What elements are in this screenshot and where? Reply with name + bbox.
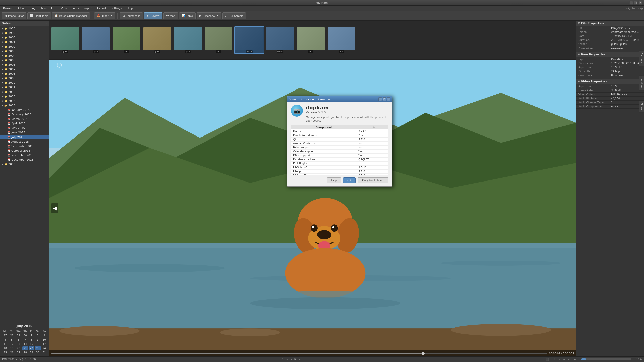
calendar-day[interactable]: 16 [35, 342, 41, 346]
about-table-row[interactable]: Kipi-Plugins [291, 162, 388, 166]
about-minimize-button[interactable]: ─ [378, 97, 382, 101]
calendar-day[interactable]: 17 [41, 342, 47, 346]
month-apr-2015[interactable]: 📅 April 2015 [0, 121, 49, 126]
year-2005[interactable]: ▶ 📁 2005 [0, 58, 49, 62]
month-may-2015[interactable]: 📅 May 2015 [0, 126, 49, 130]
filters-tab[interactable]: Filters [639, 101, 644, 113]
thumbnail-item[interactable]: JPG [173, 26, 203, 54]
year-1970[interactable]: ▶ 📁 1970 [0, 26, 49, 31]
thumbnail-item[interactable]: MOV [265, 26, 295, 54]
year-2000[interactable]: ▶ 📁 2000 [0, 35, 49, 40]
year-2013[interactable]: ▶ 📁 2013 [0, 94, 49, 99]
about-table-row[interactable]: Calendar supportYes [291, 150, 388, 154]
slideshow-button[interactable]: ▶ Slideshow ▼ [197, 12, 221, 19]
year-2016[interactable]: ▶ 📁 2016 [0, 162, 49, 166]
video-properties-header[interactable]: ▼ Video Properties [576, 79, 644, 84]
calendar-day[interactable]: 3 [41, 334, 47, 337]
calendar-day[interactable]: 7 [22, 338, 28, 342]
menu-item[interactable]: Item [38, 6, 49, 10]
about-components-table-area[interactable]: Component Info Marble0.24.1Parallelized … [291, 125, 388, 175]
month-dec-2015[interactable]: 📅 December 2015 [0, 157, 49, 162]
year-2010[interactable]: ▶ 📁 2010 [0, 80, 49, 85]
close-button[interactable]: ✕ [638, 1, 642, 5]
calendar-day[interactable]: 22 [29, 346, 34, 350]
about-help-button[interactable]: Help [327, 177, 341, 183]
window-controls[interactable]: ─ □ ✕ [629, 1, 642, 5]
calendar-day[interactable]: 10 [41, 338, 47, 342]
menu-tag[interactable]: Tag [29, 6, 38, 10]
calendar-day[interactable]: 8 [29, 338, 34, 342]
about-dialog-titlebar[interactable]: Shared Libraries and Compon... ─ □ ✕ [287, 96, 392, 102]
preview-nav-left-button[interactable]: ◀ [51, 203, 58, 213]
month-feb-2015[interactable]: 📅 February 2015 [0, 112, 49, 117]
month-jun-2015[interactable]: 📅 June 2015 [0, 130, 49, 135]
thumbnail-item[interactable]: MOV [234, 26, 264, 54]
about-table-row[interactable]: Qt5.7.0 [291, 138, 388, 142]
year-2007[interactable]: ▶ 📁 2007 [0, 67, 49, 71]
about-ok-button[interactable]: OK [343, 177, 356, 183]
calendar-day[interactable]: 31 [41, 351, 47, 354]
calendar-day[interactable]: 30 [35, 351, 41, 354]
minimize-button[interactable]: ─ [629, 1, 633, 5]
about-titlebar-controls[interactable]: ─ □ ✕ [378, 97, 390, 101]
fullscreen-button[interactable]: ⛶ Full Screen [222, 12, 246, 19]
calendar-day[interactable]: 27 [2, 334, 9, 337]
calendar-day[interactable]: 30 [22, 334, 28, 337]
calendar-day[interactable]: 27 [15, 351, 22, 354]
month-jul-2015[interactable]: 📅 July 2015 [0, 135, 49, 139]
calendar-day[interactable]: 28 [9, 334, 15, 337]
thumbnail-item[interactable]: JPG [50, 26, 80, 54]
calendar-day[interactable]: 20 [15, 346, 22, 350]
calendar-day[interactable]: 23 [35, 346, 41, 350]
thumbnail-item[interactable]: JPG [204, 26, 233, 54]
about-table-row[interactable]: LibOpenCV3.1.0 [291, 174, 388, 176]
menu-browse[interactable]: Browse [1, 6, 15, 10]
thumbnail-item[interactable]: JPG [81, 26, 111, 54]
image-editor-button[interactable]: 🖼 Image Editor [2, 12, 26, 19]
import-button[interactable]: 📥 Import ▼ [94, 12, 115, 19]
batch-queue-button[interactable]: 📋 Batch Queue Manager [52, 12, 90, 19]
year-2011[interactable]: ▶ 📁 2011 [0, 85, 49, 89]
light-table-button[interactable]: ⬜ Light Table [27, 12, 51, 19]
about-copy-button[interactable]: Copy to Clipboard [358, 177, 388, 183]
about-table-row[interactable]: Marble0.24.1 [291, 129, 388, 133]
calendar-day[interactable]: 1 [29, 334, 34, 337]
about-table-row[interactable]: DBus supportYes [291, 154, 388, 158]
menu-export[interactable]: Export [95, 6, 108, 10]
year-2003[interactable]: ▶ 📁 2003 [0, 49, 49, 53]
calendar-body[interactable]: 2728293012345678910111213141516171819202… [2, 334, 47, 354]
month-aug-2015[interactable]: 📅 August 2015 [0, 139, 49, 144]
about-maximize-button[interactable]: □ [383, 97, 386, 101]
menu-album[interactable]: Album [16, 6, 28, 10]
table-button[interactable]: 📊 Table [179, 12, 196, 19]
year-2009[interactable]: ▶ 📁 2009 [0, 76, 49, 80]
timeline-handle[interactable] [422, 352, 425, 355]
year-2014[interactable]: ▶ 📁 2014 [0, 99, 49, 103]
calendar-day[interactable]: 4 [2, 338, 9, 342]
about-table-row[interactable]: LibGphoto22.5.11 [291, 166, 388, 170]
year-2004[interactable]: ▶ 📁 2004 [0, 53, 49, 58]
calendar-day[interactable]: 24 [41, 346, 47, 350]
calendar-day[interactable]: 18 [2, 346, 9, 350]
about-table-row[interactable]: AkonadiContact su...no [291, 142, 388, 146]
calendar-day[interactable]: 5 [9, 338, 15, 342]
month-sep-2015[interactable]: 📅 September 2015 [0, 144, 49, 148]
year-2012[interactable]: ▶ 📁 2012 [0, 89, 49, 94]
menu-view[interactable]: View [59, 6, 69, 10]
item-properties-header[interactable]: ▼ Item Properties [576, 52, 644, 57]
about-table-row[interactable]: Baloo supportno [291, 146, 388, 150]
calendar-day[interactable]: 29 [15, 334, 22, 337]
timeline-bar[interactable] [51, 353, 547, 354]
year-2015[interactable]: ▼ 📂 2015 [0, 103, 49, 108]
year-2002[interactable]: ▶ 📁 2002 [0, 44, 49, 49]
versions-tab[interactable]: Versions [639, 75, 644, 90]
month-jan-2015[interactable]: 📅 January 2015 [0, 108, 49, 112]
calendar-day[interactable]: 13 [15, 342, 22, 346]
thumbnail-strip[interactable]: JPGJPGJPGJPGJPGJPGMOVMOVJPGJPG [49, 21, 576, 60]
thumbnail-item[interactable]: JPG [296, 26, 326, 54]
calendar-day[interactable]: 14 [22, 342, 28, 346]
year-2001[interactable]: ▶ 📁 2001 [0, 40, 49, 44]
calendar-day[interactable]: 6 [15, 338, 22, 342]
month-oct-2015[interactable]: 📅 October 2015 [0, 148, 49, 153]
year-2006[interactable]: ▶ 📁 2006 [0, 62, 49, 67]
